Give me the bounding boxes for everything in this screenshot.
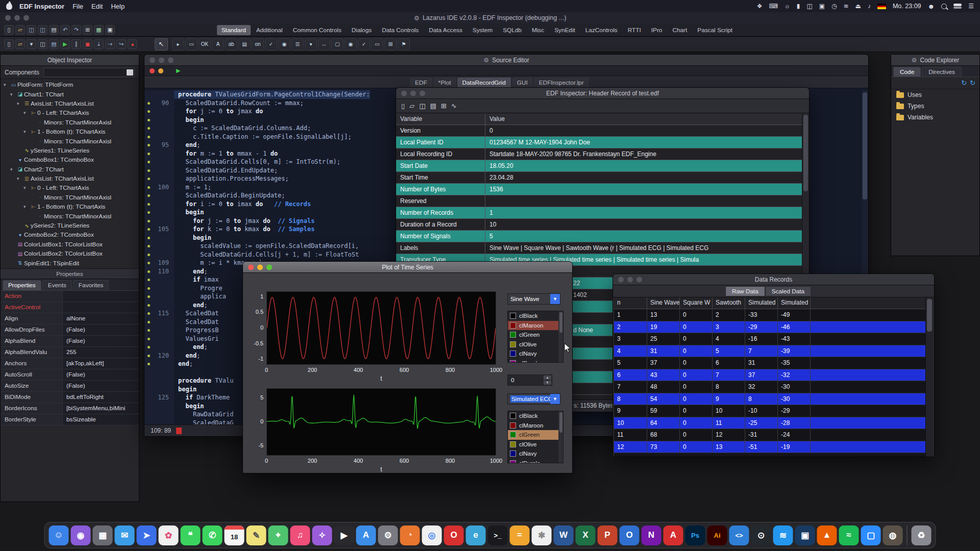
oi-tree-item[interactable]: ·Minors: TChartMinorAxisl: [1, 118, 139, 127]
expand-arrow-icon[interactable]: ▾: [17, 176, 23, 181]
property-value[interactable]: (False): [63, 324, 139, 335]
run-toolbar-icon[interactable]: ↪: [116, 39, 126, 49]
run-toolbar-icon[interactable]: ∥: [71, 39, 81, 49]
edf-toolbar-icon[interactable]: ▱: [409, 102, 414, 110]
spin-edit[interactable]: 0 ▲▼: [507, 374, 552, 386]
component-palette-icon[interactable]: ▤: [238, 38, 251, 51]
palette-tab-dialogs[interactable]: Dialogs: [347, 25, 376, 35]
variable-column-header[interactable]: Variable: [396, 113, 485, 124]
toolbar-icon[interactable]: ◫: [38, 25, 47, 35]
property-value[interactable]: [biSystemMenu,biMini: [63, 403, 139, 414]
combo-button-icon[interactable]: [127, 69, 133, 76]
dock-item-gimp[interactable]: ◍: [883, 525, 903, 545]
source-editor-window-controls[interactable]: [150, 57, 174, 63]
dock-item-mail[interactable]: ✉: [115, 525, 135, 545]
data-records-title-bar[interactable]: Data Records: [613, 274, 934, 285]
data-records-column-header[interactable]: Simulated: [778, 297, 811, 309]
data-records-scrollbar-thumb[interactable]: [927, 299, 932, 332]
color-item-clpurple[interactable]: clPurple: [508, 459, 563, 464]
header-table-row[interactable]: Local Recording IDStartdate 18-MAY-2020 …: [396, 148, 802, 160]
palette-tab-synedit[interactable]: SynEdit: [550, 25, 580, 35]
dock-item-firefox[interactable]: ◔: [400, 525, 420, 545]
oi-tree-item[interactable]: ▾☰AxisList: TChartAxisList: [1, 174, 139, 183]
warning-dot-icon[interactable]: [158, 68, 163, 73]
data-records-row[interactable]: 431057-39: [614, 345, 925, 358]
dock-item-facetime[interactable]: ✆: [203, 525, 223, 545]
palette-tab-data-access[interactable]: Data Access: [424, 25, 467, 35]
signal-select-combo-1[interactable]: Sine Wave ▼: [507, 293, 560, 305]
property-value[interactable]: 255: [63, 347, 139, 358]
plot-title-bar[interactable]: Plot of Time Series: [243, 262, 572, 273]
dock-item-terminal[interactable]: >_: [488, 525, 508, 545]
oi-tree-item[interactable]: ▤ColorListBox2: TColorListBox: [1, 249, 139, 258]
component-palette-icon[interactable]: ⚑: [398, 38, 410, 51]
spin-down-icon[interactable]: ▼: [543, 380, 552, 385]
apple-icon[interactable]: [6, 3, 12, 10]
toolbar-icon[interactable]: ↶: [60, 25, 70, 35]
color-item-clgreen[interactable]: clGreen: [508, 330, 563, 340]
component-palette-icon[interactable]: ☰: [291, 38, 304, 51]
color-list-2-scrollbar[interactable]: [558, 411, 563, 463]
refresh-all-icon[interactable]: ↻: [970, 79, 975, 87]
code-explorer-item-variables[interactable]: Variables: [891, 112, 979, 123]
oi-tree-item[interactable]: ▾▭PlotForm: TPlotForm: [1, 80, 139, 89]
property-row[interactable]: ActiveControl: [1, 302, 139, 313]
oi-tab-favorites[interactable]: Favorites: [73, 280, 109, 290]
expand-arrow-icon[interactable]: ▾: [10, 92, 16, 97]
data-records-row[interactable]: 11302-33-49: [614, 309, 925, 321]
data-records-row[interactable]: 959010-10-29: [614, 405, 925, 417]
dock-item-illustrator[interactable]: Ai: [707, 525, 727, 545]
menubar-status-icon[interactable]: ☼: [785, 3, 790, 10]
dock-item-safari[interactable]: ➤: [137, 525, 157, 545]
dock-item-finder[interactable]: ☺: [49, 525, 69, 545]
oi-tree-item[interactable]: ▾⊢1 - Bottom (t): TChartAxis: [1, 202, 139, 211]
chevron-down-icon[interactable]: ▼: [550, 294, 560, 304]
source-editor-title-bar[interactable]: ⚙ Source Editor: [144, 55, 868, 66]
data-records-column-header[interactable]: Square W: [680, 297, 713, 309]
property-row[interactable]: BorderIcons[biSystemMenu,biMini: [1, 403, 139, 414]
palette-tab-ipro[interactable]: IPro: [647, 25, 667, 35]
expand-arrow-icon[interactable]: ▾: [4, 82, 10, 87]
property-value[interactable]: [akTop,akLeft]: [63, 358, 139, 369]
property-row[interactable]: AutoSize(False): [1, 381, 139, 392]
dock-item-edge[interactable]: e: [466, 525, 486, 545]
component-palette-icon[interactable]: ⊞: [384, 38, 397, 51]
palette-tab-additional[interactable]: Additional: [252, 25, 287, 35]
dock-item-tv[interactable]: ▶: [334, 525, 354, 545]
dock-item-onenote[interactable]: N: [642, 525, 662, 545]
run-toolbar-icon[interactable]: ▶: [60, 39, 70, 49]
component-palette-icon[interactable]: on: [252, 38, 264, 51]
edf-scrollbar-thumb[interactable]: [803, 115, 808, 191]
editor-tab-plot[interactable]: *Plot: [433, 78, 456, 88]
property-value[interactable]: (False): [63, 336, 139, 346]
palette-tab-rtti[interactable]: RTTI: [623, 25, 646, 35]
oi-tree-item[interactable]: ▾ComboBox2: TComboBox: [1, 230, 139, 239]
toolbar-icon[interactable]: ◫: [27, 25, 36, 35]
data-records-column-header[interactable]: Sawtooth: [713, 297, 745, 309]
component-palette-icon[interactable]: ✓: [265, 38, 277, 51]
menubar-status-icon[interactable]: ◫: [806, 3, 812, 10]
dock-item-podcasts[interactable]: ✧: [312, 525, 332, 545]
run-continue-icon[interactable]: ▶: [176, 67, 180, 74]
oi-tree-item[interactable]: ∿ySeries2: TLineSeries: [1, 221, 139, 230]
components-filter-combo[interactable]: [43, 68, 135, 77]
dock-item-system-preferences[interactable]: ⚙: [378, 525, 398, 545]
run-toolbar-icon[interactable]: ⇣: [94, 39, 104, 49]
dock-item-vlc[interactable]: ▲: [817, 525, 837, 545]
header-table-row[interactable]: Version0: [396, 125, 802, 137]
header-table-row[interactable]: Duration of a Record10: [396, 219, 802, 231]
palette-tab-chart[interactable]: Chart: [668, 25, 692, 35]
toolbar-icon[interactable]: ↷: [71, 25, 81, 35]
property-row[interactable]: AutoScroll(False): [1, 369, 139, 381]
header-table-row[interactable]: Number of Signals5: [396, 231, 802, 242]
mode-button-scaled-data[interactable]: Scaled Data: [765, 286, 811, 296]
ecg-chart-plot[interactable]: [266, 388, 496, 456]
dock-item-powerpoint[interactable]: P: [598, 525, 618, 545]
dock-item-music[interactable]: ♫: [290, 525, 310, 545]
dock-item-notes[interactable]: ✎: [247, 525, 266, 545]
data-records-row[interactable]: 1168012-31-24: [614, 429, 925, 441]
editor-tab-edfinspectorlpr[interactable]: EDFInspector.lpr: [534, 78, 589, 88]
component-palette-icon[interactable]: ◉: [278, 38, 290, 51]
property-value[interactable]: bdLeftToRight: [63, 392, 139, 403]
dock-item-messages[interactable]: ❝: [181, 525, 201, 545]
